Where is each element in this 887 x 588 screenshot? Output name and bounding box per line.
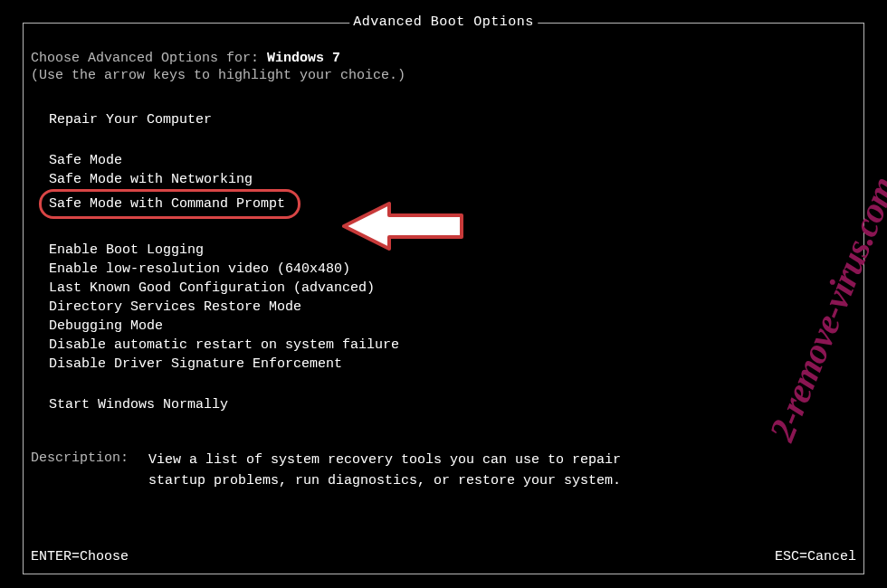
highlight-circle: Safe Mode with Command Prompt — [39, 189, 300, 219]
description-text: View a list of system recovery tools you… — [148, 450, 621, 491]
option-debugging-mode[interactable]: Debugging Mode — [49, 317, 163, 336]
option-disable-driver-sig[interactable]: Disable Driver Signature Enforcement — [49, 355, 342, 374]
option-directory-restore[interactable]: Directory Services Restore Mode — [49, 298, 301, 317]
os-name: Windows 7 — [267, 51, 340, 66]
esc-hint: ESC=Cancel — [775, 549, 856, 564]
description-block: Description: View a list of system recov… — [31, 450, 856, 491]
option-low-res-video[interactable]: Enable low-resolution video (640x480) — [49, 260, 350, 279]
boot-options-frame: Advanced Boot Options Choose Advanced Op… — [23, 23, 864, 574]
option-safe-mode[interactable]: Safe Mode — [49, 151, 122, 170]
footer-bar: ENTER=Choose ESC=Cancel — [31, 549, 856, 564]
description-line-1: View a list of system recovery tools you… — [148, 450, 621, 471]
content-area: Choose Advanced Options for: Windows 7 (… — [31, 51, 856, 491]
option-repair-computer[interactable]: Repair Your Computer — [49, 110, 212, 129]
screen-title: Advanced Boot Options — [349, 14, 538, 30]
option-safe-mode-networking[interactable]: Safe Mode with Networking — [49, 170, 253, 189]
annotation-arrow-icon — [335, 190, 471, 267]
option-safe-mode-cmd[interactable]: Safe Mode with Command Prompt — [49, 194, 285, 213]
description-line-2: startup problems, run diagnostics, or re… — [148, 471, 621, 492]
option-last-known-good[interactable]: Last Known Good Configuration (advanced) — [49, 279, 375, 298]
option-start-normally[interactable]: Start Windows Normally — [49, 395, 228, 414]
choose-line: Choose Advanced Options for: Windows 7 — [31, 51, 856, 66]
choose-prefix: Choose Advanced Options for: — [31, 51, 267, 66]
repair-section: Repair Your Computer — [49, 110, 856, 129]
normal-section: Start Windows Normally — [49, 395, 856, 414]
description-label: Description: — [31, 450, 148, 491]
enter-hint: ENTER=Choose — [31, 549, 129, 564]
option-disable-auto-restart[interactable]: Disable automatic restart on system fail… — [49, 336, 399, 355]
arrow-instruction: (Use the arrow keys to highlight your ch… — [31, 68, 856, 83]
option-boot-logging[interactable]: Enable Boot Logging — [49, 241, 204, 260]
